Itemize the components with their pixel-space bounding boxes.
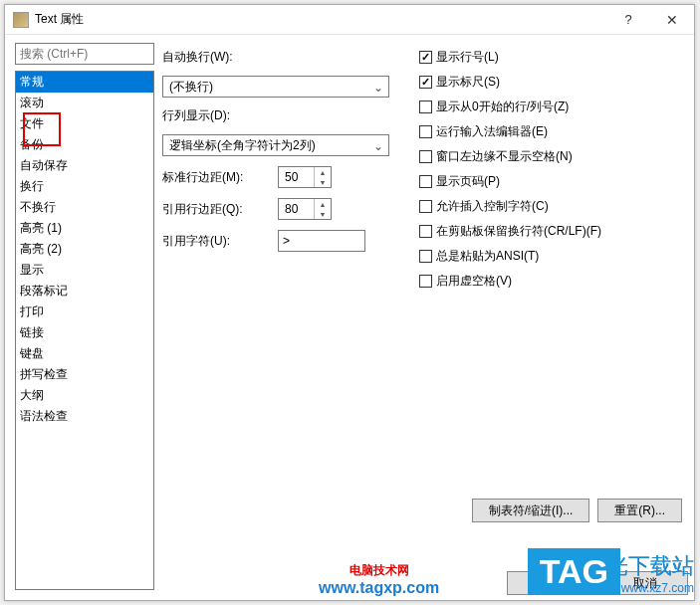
check-label: 运行输入法编辑器(E) [436,123,548,140]
margin-label: 标准行边距(M): [162,169,272,186]
sidebar-item-11[interactable]: 打印 [16,302,153,322]
quote-char-input[interactable]: > [278,230,365,252]
window-title: Text 属性 [35,11,606,28]
rowcol-label: 行列显示(D): [162,107,411,124]
check-label: 启用虚空格(V) [436,273,512,290]
sidebar-item-10[interactable]: 段落标记 [16,281,153,302]
margin-spinner[interactable]: 50 ▲▼ [278,166,332,188]
check-row-5[interactable]: 显示页码(P) [419,173,684,190]
app-icon [13,12,29,28]
check-label: 显示行号(L) [436,49,499,66]
check-label: 允许插入控制字符(C) [436,198,549,215]
tabs-indent-button[interactable]: 制表符/缩进(I)... [472,499,590,522]
checkbox-icon[interactable] [419,125,432,138]
checkbox-icon[interactable] [419,250,432,263]
titlebar: Text 属性 ? ✕ [5,5,694,35]
dialog-window: Text 属性 ? ✕ 常规滚动文件备份自动保存换行不换行高亮 (1)高亮 (2… [4,4,695,601]
sidebar-item-5[interactable]: 换行 [16,176,153,197]
checkbox-icon[interactable] [419,225,432,238]
check-row-4[interactable]: 窗口左边缘不显示空格(N) [419,148,684,165]
check-label: 窗口左边缘不显示空格(N) [436,148,573,165]
reset-button[interactable]: 重置(R)... [597,499,682,522]
sidebar-item-1[interactable]: 滚动 [16,93,153,113]
sidebar-item-6[interactable]: 不换行 [16,197,153,218]
sidebar-item-15[interactable]: 大纲 [16,385,153,406]
chevron-down-icon: ⌄ [370,138,386,154]
watermark-tag: TAG [528,548,620,595]
check-row-7[interactable]: 在剪贴板保留换行符(CR/LF)(F) [419,223,684,240]
sidebar-item-13[interactable]: 键盘 [16,343,153,364]
check-label: 显示标尺(S) [436,74,500,91]
autowrap-label: 自动换行(W): [162,49,411,66]
rowcol-combo[interactable]: 逻辑坐标(全角字符计为2列) ⌄ [162,134,389,156]
check-label: 在剪贴板保留换行符(CR/LF)(F) [436,223,601,240]
sidebar-item-2[interactable]: 文件 [16,113,153,134]
sidebar-item-8[interactable]: 高亮 (2) [16,239,153,260]
checkbox-icon[interactable] [419,150,432,163]
spin-up-icon[interactable]: ▲ [314,167,331,177]
category-list[interactable]: 常规滚动文件备份自动保存换行不换行高亮 (1)高亮 (2)显示段落标记打印链接键… [15,71,154,590]
quote-char-value: > [283,234,290,248]
watermark-tagxp: 电脑技术网 www.tagxp.com [319,563,439,597]
quote-margin-label: 引用行边距(Q): [162,201,272,218]
check-row-6[interactable]: 允许插入控制字符(C) [419,198,684,215]
sidebar-item-14[interactable]: 拼写检查 [16,364,153,385]
spin-down-icon[interactable]: ▼ [314,177,331,187]
quote-margin-value: 80 [285,202,298,216]
check-row-8[interactable]: 总是粘贴为ANSI(T) [419,248,684,265]
sidebar-item-0[interactable]: 常规 [16,72,153,93]
check-row-1[interactable]: 显示标尺(S) [419,74,684,91]
quote-char-label: 引用字符(U): [162,233,272,250]
check-row-0[interactable]: 显示行号(L) [419,49,684,66]
check-row-3[interactable]: 运行输入法编辑器(E) [419,123,684,140]
search-input[interactable] [15,43,154,65]
sidebar-item-3[interactable]: 备份 [16,134,153,155]
sidebar-item-7[interactable]: 高亮 (1) [16,218,153,239]
check-label: 显示从0开始的行/列号(Z) [436,99,569,115]
margin-value: 50 [285,170,298,184]
checkbox-icon[interactable] [419,175,432,188]
spin-down-icon[interactable]: ▼ [314,209,331,219]
check-row-2[interactable]: 显示从0开始的行/列号(Z) [419,99,684,115]
help-button[interactable]: ? [606,6,650,34]
rowcol-value: 逻辑坐标(全角字符计为2列) [169,137,316,154]
checkbox-icon[interactable] [419,51,432,64]
autowrap-value: (不换行) [169,79,213,96]
sidebar-item-4[interactable]: 自动保存 [16,155,153,176]
checkbox-icon[interactable] [419,76,432,89]
check-row-9[interactable]: 启用虚空格(V) [419,273,684,290]
quote-margin-spinner[interactable]: 80 ▲▼ [278,198,332,220]
check-label: 显示页码(P) [436,173,500,190]
close-button[interactable]: ✕ [650,6,694,34]
check-label: 总是粘贴为ANSI(T) [436,248,539,265]
sidebar-item-9[interactable]: 显示 [16,260,153,281]
sidebar-item-12[interactable]: 链接 [16,322,153,343]
checkbox-icon[interactable] [419,101,432,113]
sidebar-item-16[interactable]: 语法检查 [16,406,153,427]
autowrap-combo[interactable]: (不换行) ⌄ [162,76,389,98]
chevron-down-icon: ⌄ [370,80,386,96]
checkbox-icon[interactable] [419,200,432,213]
checkbox-icon[interactable] [419,275,432,288]
spin-up-icon[interactable]: ▲ [314,199,331,209]
